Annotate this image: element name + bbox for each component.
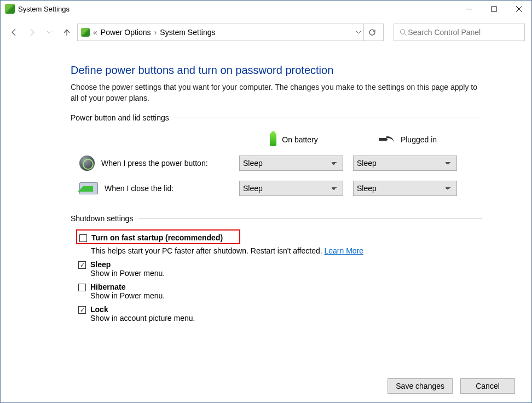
address-bar[interactable]: « Power Options › System Settings [77, 24, 384, 41]
power-settings-grid: On battery Plugged in When I press the p… [71, 129, 482, 201]
search-box[interactable] [394, 24, 525, 41]
desc-lock: Show in account picture menu. [90, 314, 195, 326]
breadcrumb-overflow[interactable]: « [93, 28, 97, 37]
row-label-lid: When I close the lid: [105, 184, 174, 193]
select-lid-battery[interactable]: Sleep [239, 181, 343, 196]
divider [175, 118, 482, 118]
breadcrumb-separator-icon: › [154, 28, 157, 37]
refresh-button[interactable] [363, 24, 380, 41]
close-button[interactable] [506, 1, 531, 17]
checkbox-sleep[interactable] [78, 261, 86, 269]
section-title: Power button and lid settings [71, 113, 169, 122]
column-on-battery: On battery [239, 129, 349, 151]
section-title-shutdown: Shutdown settings [71, 214, 133, 223]
desc-hibernate: Show in Power menu. [90, 291, 165, 303]
divider [138, 218, 482, 219]
row-close-lid: When I close the lid: [71, 176, 235, 201]
page-heading: Define power buttons and turn on passwor… [71, 64, 482, 77]
label-fast-startup: Turn on fast startup (recommended) [91, 233, 223, 242]
power-button-icon [79, 156, 95, 171]
svg-point-4 [400, 30, 404, 34]
select-power-plugged[interactable]: Sleep [353, 156, 457, 171]
svg-rect-1 [491, 7, 496, 11]
forward-button[interactable] [25, 25, 39, 39]
address-icon [81, 28, 90, 37]
checkbox-fast-startup[interactable] [79, 234, 87, 242]
label-sleep: Sleep [90, 260, 165, 269]
search-input[interactable] [407, 27, 519, 37]
footer-buttons: Save changes Cancel [388, 378, 515, 394]
column-plugged-in: Plugged in [353, 129, 462, 151]
recent-locations-button[interactable] [42, 25, 56, 39]
plug-icon [379, 136, 395, 143]
lid-icon [79, 182, 98, 194]
row-power-button: When I press the power button: [71, 151, 235, 176]
cancel-button[interactable]: Cancel [460, 378, 515, 394]
maximize-button[interactable] [481, 1, 506, 17]
toolbar: « Power Options › System Settings [1, 20, 531, 44]
select-lid-plugged[interactable]: Sleep [353, 181, 457, 196]
label-hibernate: Hibernate [90, 283, 165, 291]
breadcrumb-system-settings[interactable]: System Settings [160, 28, 215, 37]
shutdown-settings-list: Turn on fast startup (recommended) This … [71, 229, 482, 326]
checkbox-hibernate[interactable] [78, 284, 86, 291]
select-power-battery[interactable]: Sleep [239, 156, 343, 171]
col-label-plugged: Plugged in [401, 135, 437, 144]
content-area: Define power buttons and turn on passwor… [1, 44, 531, 326]
svg-line-5 [404, 33, 406, 35]
app-icon [5, 4, 15, 14]
titlebar: System Settings [1, 1, 531, 17]
address-dropdown-icon[interactable] [356, 28, 361, 37]
window-controls [456, 1, 531, 17]
desc-sleep: Show in Power menu. [90, 269, 165, 281]
save-button[interactable]: Save changes [388, 378, 453, 394]
label-lock: Lock [90, 305, 195, 314]
desc-fast-startup: This helps start your PC faster after sh… [71, 246, 482, 258]
window-frame: System Settings « Power Options › System… [0, 0, 532, 403]
minimize-button[interactable] [456, 1, 481, 17]
section-shutdown: Shutdown settings [71, 214, 482, 223]
up-button[interactable] [60, 25, 74, 39]
checkbox-lock[interactable] [78, 306, 86, 314]
section-power-button-lid: Power button and lid settings [71, 113, 482, 122]
battery-icon [270, 133, 276, 146]
col-label-battery: On battery [282, 135, 317, 144]
window-title: System Settings [18, 5, 70, 13]
search-icon [400, 28, 407, 36]
page-description: Choose the power settings that you want … [71, 82, 482, 103]
row-label-power: When I press the power button: [101, 159, 208, 168]
breadcrumb-power-options[interactable]: Power Options [101, 28, 151, 37]
highlight-fast-startup: Turn on fast startup (recommended) [76, 229, 240, 244]
back-button[interactable] [7, 25, 21, 39]
link-learn-more[interactable]: Learn More [325, 246, 364, 255]
